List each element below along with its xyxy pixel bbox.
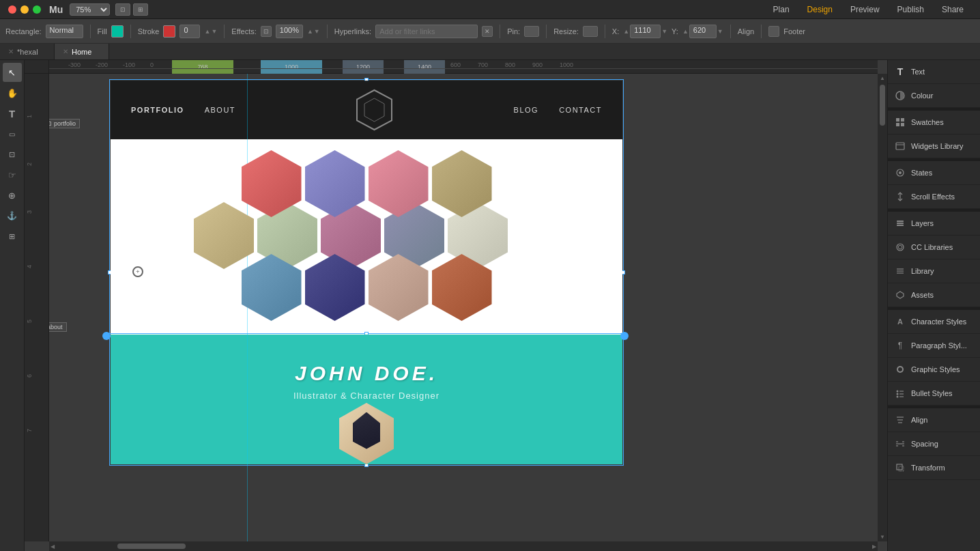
panel-text-label: Text xyxy=(911,68,925,76)
ruler-v-mark-1: 1 xyxy=(26,115,33,118)
scrollbar-vertical[interactable]: ▲ ▼ xyxy=(878,74,887,541)
y-label: Y: xyxy=(672,27,678,36)
footer-label: Footer xyxy=(783,27,805,36)
close-button[interactable] xyxy=(8,5,16,14)
effects-icon[interactable]: ⊡ xyxy=(261,26,272,37)
canvas-viewport[interactable]: PORTFOLIO ABOUT BLOG CONTACT xyxy=(49,74,878,541)
panel-swatches-label: Swatches xyxy=(911,118,944,126)
ruler-v-mark-4: 4 xyxy=(26,265,33,268)
panel-text[interactable]: T Text xyxy=(888,60,980,84)
grid-tool-btn[interactable]: ⊞ xyxy=(3,227,22,246)
ruler-v-mark-6: 6 xyxy=(26,374,33,378)
x-value[interactable]: 1110 xyxy=(630,25,661,38)
nav-design[interactable]: Design xyxy=(799,3,841,16)
tab-home[interactable]: ✕ Home xyxy=(55,44,109,59)
zoom-select[interactable]: 75% 100% 50% xyxy=(70,3,110,16)
icon-button-1[interactable]: ⊡ xyxy=(115,3,130,16)
panel-cc-libraries[interactable]: CC Libraries xyxy=(888,236,980,259)
hyperlinks-clear[interactable]: ✕ xyxy=(482,26,493,37)
panel-character-styles[interactable]: A Character Styles xyxy=(888,310,980,334)
character-illustration xyxy=(326,382,407,464)
panel-bullet-styles[interactable]: Bullet Styles xyxy=(888,382,980,406)
stroke-value[interactable]: 0 xyxy=(179,25,200,38)
nav-blog[interactable]: BLOG xyxy=(514,106,539,114)
scrollbar-horizontal[interactable]: ◀ ▶ xyxy=(49,541,878,551)
panel-scroll-effects[interactable]: Scroll Effects xyxy=(888,185,980,209)
fill-color[interactable] xyxy=(111,25,124,38)
panel-layers[interactable]: Layers xyxy=(888,212,980,236)
panel-colour[interactable]: Colour xyxy=(888,84,980,108)
fill-label: Fill xyxy=(98,27,107,36)
zoom-tool-btn[interactable]: ⊕ xyxy=(3,186,22,205)
icon-button-2[interactable]: ⊞ xyxy=(133,3,148,16)
rectangle-tool[interactable]: ▭ xyxy=(3,124,22,143)
text-tool[interactable]: T xyxy=(3,104,22,123)
panel-graphic-styles[interactable]: Graphic Styles xyxy=(888,358,980,382)
nav-publish[interactable]: Publish xyxy=(889,3,932,16)
nav-share[interactable]: Share xyxy=(934,3,972,16)
nav-preview[interactable]: Preview xyxy=(842,3,888,16)
hand-tool[interactable]: ✋ xyxy=(3,83,22,102)
shape-type[interactable]: Normal xyxy=(46,25,83,38)
effects-pct[interactable]: 100% xyxy=(276,25,303,38)
transform-icon xyxy=(895,462,906,473)
hex-3 xyxy=(369,150,429,217)
panel-swatches[interactable]: Swatches xyxy=(888,111,980,135)
panel-paragraph-styles-label: Paragraph Styl... xyxy=(911,341,967,350)
align-icon xyxy=(895,414,906,425)
panel-library[interactable]: Library xyxy=(888,259,980,283)
nav-plan[interactable]: Plan xyxy=(765,3,798,16)
panel-align[interactable]: Align xyxy=(888,408,980,432)
pin-label: Pin: xyxy=(507,27,520,36)
panel-spacing[interactable]: Spacing xyxy=(888,432,980,456)
ruler-mark-n300: -300 xyxy=(68,61,81,68)
main-layout: ↖ ✋ T ▭ ⊡ ☞ ⊕ ⚓ ⊞ 768 1000 1200 1400 xyxy=(0,60,980,551)
pin-control[interactable] xyxy=(524,26,539,37)
logo-hex-icon xyxy=(356,89,393,131)
hex-12 xyxy=(369,254,429,321)
tab-hexal-close[interactable]: ✕ xyxy=(8,48,14,55)
text-panel-icon: T xyxy=(895,66,906,77)
portfolio-badge: ⊡ portfolio xyxy=(49,119,80,128)
hex-10 xyxy=(242,254,302,321)
nav-about[interactable]: ABOUT xyxy=(205,106,235,114)
y-value[interactable]: 620 xyxy=(689,25,717,38)
panel-states[interactable]: States xyxy=(888,161,980,185)
site-nav: PORTFOLIO ABOUT BLOG CONTACT xyxy=(111,81,622,139)
hex-11 xyxy=(305,254,365,321)
pin-anchor-tool[interactable]: ⚓ xyxy=(3,206,22,225)
ruler-vertical: 1 2 3 4 5 6 7 xyxy=(25,74,49,541)
panel-paragraph-styles[interactable]: ¶ Paragraph Styl... xyxy=(888,334,980,358)
tab-hexal[interactable]: ✕ *hexal xyxy=(0,44,55,59)
panel-widgets[interactable]: Widgets Library xyxy=(888,135,980,158)
ruler-mark-700: 700 xyxy=(478,61,488,68)
minimize-button[interactable] xyxy=(20,5,29,14)
maximize-button[interactable] xyxy=(33,5,41,14)
character-styles-icon: A xyxy=(895,316,906,327)
hex-1 xyxy=(242,150,302,217)
resize-control[interactable] xyxy=(583,26,598,37)
ruler-horizontal: 768 1000 1200 1400 -300 -200 -100 0 600 … xyxy=(49,60,878,74)
svg-marker-0 xyxy=(357,90,392,130)
panel-assets[interactable]: Assets xyxy=(888,283,980,307)
footer-checkbox[interactable] xyxy=(768,26,779,37)
panel-transform[interactable]: Transform xyxy=(888,456,980,480)
hex-2 xyxy=(305,150,365,217)
scroll-thumb-h[interactable] xyxy=(117,543,186,549)
ruler-v-mark-5: 5 xyxy=(26,320,33,323)
select-tool[interactable]: ↖ xyxy=(3,63,22,82)
panel-states-label: States xyxy=(911,169,932,177)
stroke-color[interactable] xyxy=(163,25,175,38)
site-logo xyxy=(356,89,393,131)
library-icon xyxy=(895,266,906,277)
nav-contact[interactable]: CONTACT xyxy=(559,106,602,114)
tab-home-close[interactable]: ✕ xyxy=(63,48,68,55)
hex-row-3 xyxy=(124,254,609,321)
nav-portfolio[interactable]: PORTFOLIO xyxy=(131,106,184,114)
hyperlinks-input[interactable] xyxy=(375,25,478,38)
image-tool[interactable]: ⊡ xyxy=(3,145,22,164)
svg-marker-1 xyxy=(364,98,384,122)
scroll-thumb-v[interactable] xyxy=(880,85,885,126)
pan-tool[interactable]: ☞ xyxy=(3,165,22,184)
svg-rect-5 xyxy=(896,123,899,126)
